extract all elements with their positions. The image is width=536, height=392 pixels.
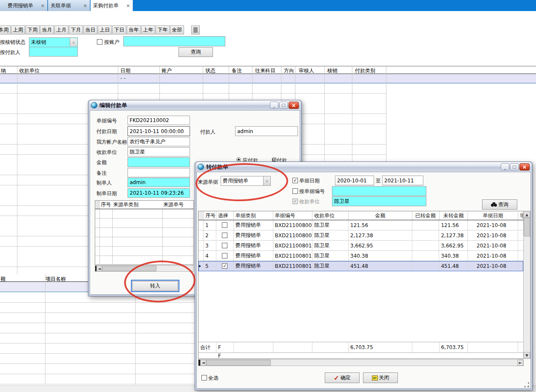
row-select-checkbox[interactable]: ✓ [222,263,227,269]
period-button-this-year[interactable]: 当年 [127,26,141,34]
chevron-down-icon[interactable]: ∨ [263,176,270,185]
arrow-right-icon[interactable]: ► [517,360,523,366]
hdr-untransferred[interactable]: 未转金额 [440,211,468,220]
payee-input[interactable] [128,147,190,156]
hdr-date[interactable]: 单据日期 [468,211,518,220]
transfer-grid-vscrollbar[interactable]: ▲ ▼ [523,211,530,359]
period-button-tomorrow[interactable]: 下日 [112,26,126,34]
ok-button[interactable]: ✓ 确定 [325,372,360,383]
col-writeoff[interactable]: 核销 [327,67,337,74]
docno-filter-checkbox[interactable] [292,188,298,194]
tab-close-icon[interactable]: × [37,3,45,9]
col-paytype[interactable]: 付款类别 [355,67,375,74]
account-filter-checkbox[interactable] [97,39,102,45]
source-grid-hscrollbar[interactable]: ◄ [95,265,194,272]
row-select-checkbox[interactable] [222,233,227,238]
edit-dialog-titlebar[interactable]: 编辑付款单 _ □ ✕ [90,100,300,110]
tab-close-icon[interactable]: × [123,3,130,9]
payer-input[interactable] [29,47,78,57]
col-direction[interactable]: 方向 [284,67,294,74]
period-button-all[interactable]: 全部 [170,26,184,34]
scroll-thumb[interactable] [102,266,156,271]
chevron-down-icon[interactable]: ∨ [70,38,77,46]
transfer-dialog-titlebar[interactable]: 转付款单 _ □ ✕ [196,162,531,172]
period-button-this-month[interactable]: 当月 [40,26,54,34]
table-row[interactable]: 2 费用报销单 BXD211008009 陈卫星 2,127.38 2,127.… [199,230,523,241]
source-doc-dropdown[interactable]: 费用报销单 ∨ [221,176,271,186]
arrow-left-icon[interactable]: ◄ [96,266,102,271]
close-icon[interactable]: ✕ [519,163,530,170]
col-subject[interactable]: 往来科目 [255,67,275,74]
transfer-grid-hscrollbar[interactable]: ◄ ► [198,359,524,366]
create-date-input[interactable] [128,188,190,198]
col-auditor[interactable]: 审核人 [299,67,314,74]
period-button-today[interactable]: 当日 [83,26,97,34]
dialog-payer-input[interactable] [235,126,298,136]
src-col-no[interactable]: 序号 [99,201,112,208]
payee-filter-input[interactable] [332,196,426,206]
doc-number-input[interactable] [128,116,190,125]
table-row[interactable]: 1 费用报销单 BXD211008008 陈卫星 121.56 121.56 2… [199,220,523,230]
period-button-next-month[interactable]: 下月 [69,26,83,34]
row-select-checkbox[interactable] [222,222,227,228]
table-row[interactable]: 4 费用报销单 BXD211008011 陈卫星 340.38 340.38 2… [199,251,523,261]
hdr-type[interactable]: 单据类别 [234,211,273,220]
transfer-in-button[interactable]: 转入 [132,281,178,291]
table-row-selected[interactable]: ▶ 5 ✓ 费用报销单 BXD211008012 陈卫星 451.48 451.… [199,261,523,271]
creator-input[interactable] [128,178,190,187]
period-button-last-year[interactable]: 上年 [141,26,155,34]
col-date[interactable]: 日期 [120,67,130,74]
payee-filter-checkbox[interactable]: ✓ [292,199,298,204]
hdr-transferred[interactable]: 已转金额 [412,211,440,220]
arrow-left-icon[interactable]: ◄ [200,360,206,366]
payment-date-input[interactable] [128,126,190,136]
hdr-payee[interactable]: 收款单位 [312,211,349,220]
minimize-icon[interactable]: _ [501,163,509,170]
our-account-input[interactable] [128,137,190,146]
date-filter-checkbox[interactable]: ✓ [292,178,298,183]
date-to-input[interactable] [382,176,423,185]
table-row-selected[interactable]: - - [0,74,536,83]
query-button[interactable]: 查询 [179,47,213,57]
close-button[interactable]: ↩ 关闭 [363,372,398,383]
hdr-no[interactable]: 序号 [204,211,216,220]
col-cashier[interactable]: 纳 [1,67,6,74]
period-button-this-week[interactable]: 本周 [0,26,11,34]
resize-grip[interactable] [524,382,529,387]
period-button-next-week[interactable]: 下周 [26,26,40,34]
tab-expense-report[interactable]: 费用报销单 × [5,0,48,11]
period-button-last-month[interactable]: 上月 [54,26,68,34]
row-select-checkbox[interactable] [222,243,227,248]
row-select-checkbox[interactable] [222,253,227,258]
hdr-select[interactable]: 选择 [216,211,234,220]
select-all-checkbox[interactable] [201,375,207,381]
period-button-next-year[interactable]: 下年 [156,26,170,34]
amount-input[interactable] [128,157,190,167]
src-col-type[interactable]: 来源单类别 [112,201,162,208]
col-payee[interactable]: 收款单位 [19,67,40,74]
transfer-query-button[interactable]: 查询 [482,199,517,210]
tab-close-icon[interactable]: × [80,3,87,9]
date-from-input[interactable] [335,176,374,185]
arrow-up-icon[interactable]: ▲ [524,211,530,218]
note-input[interactable] [128,168,190,177]
period-button-yesterday[interactable]: 上日 [98,26,112,34]
hdr-amount[interactable]: 金额 [349,211,412,220]
tab-purchase-payment[interactable]: 采购付款单 × [91,0,133,11]
period-mini-button[interactable] [191,26,200,34]
account-input[interactable] [123,36,225,46]
docno-filter-input[interactable] [332,186,426,196]
col-note[interactable]: 备注 [232,67,242,74]
arrow-down-icon[interactable]: ▼ [524,352,530,358]
src-col-docno[interactable]: 来源单号 [162,201,184,208]
col-account[interactable]: 账户 [162,67,172,74]
col-status[interactable]: 状态 [205,67,216,74]
maximize-icon[interactable]: □ [510,163,519,170]
table-row[interactable]: 3 费用报销单 BXD211008010 陈卫星 3,662.95 3,662.… [199,241,523,251]
scroll-thumb[interactable] [206,360,271,366]
close-icon[interactable]: ✕ [289,102,299,109]
status-dropdown[interactable]: 未核销 ∨ [29,37,78,47]
period-button-last-week[interactable]: 上周 [11,26,25,34]
minimize-icon[interactable]: _ [270,102,278,109]
tab-related-docs[interactable]: 关联单据 × [48,0,90,11]
